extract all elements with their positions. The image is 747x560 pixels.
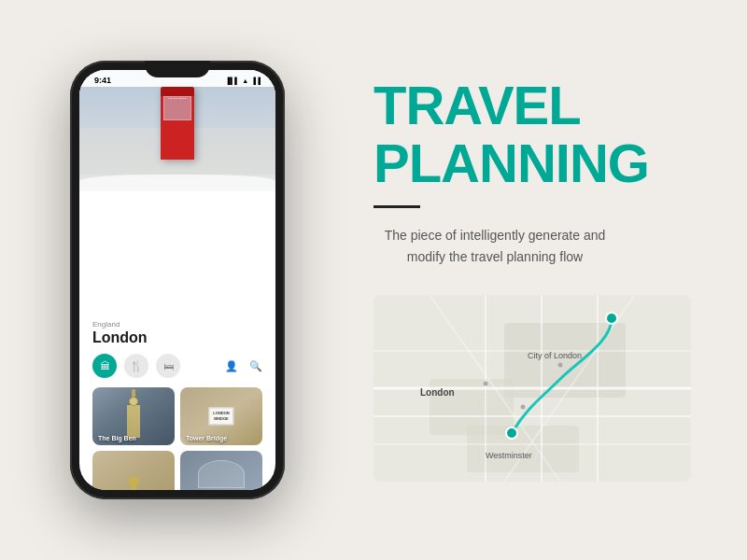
status-time: 9:41	[94, 76, 111, 85]
location-city: London	[92, 329, 262, 346]
bigben-body	[127, 405, 140, 438]
svg-rect-3	[467, 426, 579, 472]
statue-body	[131, 483, 136, 490]
place-card-buckingham[interactable]: Buckingham Palace	[92, 451, 175, 490]
tab-food[interactable]: 🍴	[124, 354, 148, 378]
phone-frame: 9:41 ▐▌▌ ▲ ▐▐ TELEPHONE	[70, 61, 285, 499]
place-card-bridge[interactable]: LONDONBRIDGE Tower Bridge	[180, 387, 262, 445]
tab-attractions[interactable]: 🏛	[92, 354, 117, 378]
right-content: TRAVEL PLANNING The piece of intelligent…	[355, 0, 747, 560]
bridge-sign: LONDONBRIDGE	[208, 407, 233, 425]
place-card-museum[interactable]: British Museum	[180, 451, 262, 490]
phone-screen: 9:41 ▐▌▌ ▲ ▐▐ TELEPHONE	[79, 70, 275, 490]
svg-text:Westminster: Westminster	[486, 451, 532, 460]
museum-dome	[198, 460, 245, 488]
wifi-icon: ▲	[242, 77, 248, 84]
place-card-bigben[interactable]: The Big Ben	[92, 387, 175, 445]
bigben-clock	[129, 397, 138, 406]
places-grid: The Big Ben LONDONBRIDGE Tower Bridge Bu…	[92, 387, 262, 490]
status-icons: ▐▌▌ ▲ ▐▐	[225, 77, 261, 84]
svg-point-19	[558, 362, 563, 367]
map-svg: City of London London Westminster	[374, 295, 691, 482]
svg-point-20	[521, 404, 526, 409]
signal-icon: ▐▌▌	[225, 77, 239, 84]
filter-tabs: 🏛 🍴 🛏 👤 🔍	[92, 354, 262, 378]
phone-notch	[145, 61, 210, 77]
statue-top	[128, 477, 139, 483]
telephone-text: TELEPHONE	[168, 96, 187, 100]
tab-hotels[interactable]: 🛏	[156, 354, 180, 378]
title-line1: TRAVEL	[374, 78, 700, 133]
search-icon[interactable]: 🔍	[249, 360, 262, 372]
hero-image: TELEPHONE	[79, 70, 275, 191]
map-area: City of London London Westminster	[374, 295, 691, 482]
telephone-box: TELEPHONE	[161, 87, 194, 160]
svg-point-18	[484, 381, 488, 385]
main-heading: TRAVEL PLANNING	[374, 78, 700, 194]
svg-point-14	[506, 427, 517, 439]
bridge-label: Tower Bridge	[186, 435, 227, 441]
svg-point-13	[606, 313, 617, 324]
svg-text:London: London	[420, 387, 455, 398]
app-content: England London 🏛 🍴 🛏 👤 🔍	[79, 313, 275, 490]
bigben-spire	[132, 389, 135, 397]
location-country: England	[92, 320, 262, 329]
title-divider	[374, 205, 420, 208]
title-line2: PLANNING	[374, 136, 700, 190]
bigben-label: The Big Ben	[98, 435, 136, 441]
profile-icon[interactable]: 👤	[225, 360, 238, 372]
subtitle-text: The piece of intelligently generate and …	[374, 225, 616, 267]
phone-mockup-container: 9:41 ▐▌▌ ▲ ▐▐ TELEPHONE	[0, 0, 355, 560]
svg-text:City of London: City of London	[528, 351, 582, 360]
snow-ground	[79, 175, 275, 191]
telephone-box-top	[161, 87, 194, 96]
battery-icon: ▐▐	[251, 77, 261, 84]
